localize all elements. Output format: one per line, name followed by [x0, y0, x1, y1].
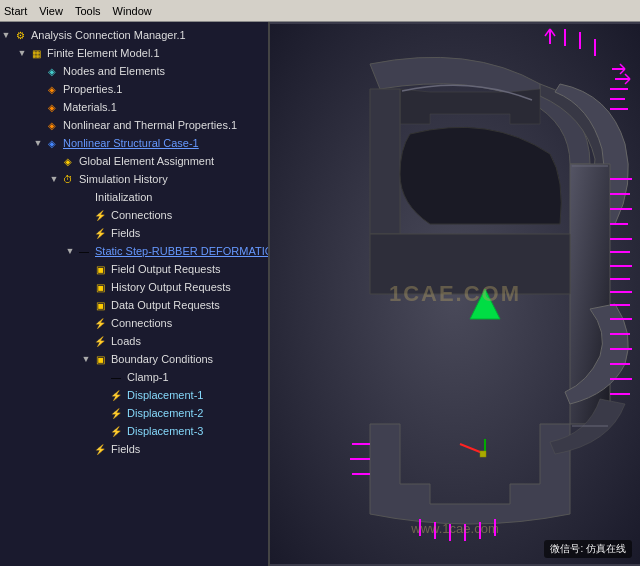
node-label-global: Global Element Assignment — [79, 155, 214, 167]
indent-spacer — [64, 316, 80, 330]
indent-spacer — [16, 118, 32, 132]
tree-panel: ▼⚙Analysis Connection Manager.1 ▼▦Finite… — [0, 22, 270, 566]
menu-window[interactable]: Window — [113, 5, 152, 17]
indent-spacer — [80, 388, 96, 402]
node-label-init: Initialization — [95, 191, 152, 203]
indent-spacer — [48, 208, 64, 222]
indent-spacer — [64, 370, 80, 384]
node-icon-fieldout: ▣ — [92, 261, 108, 277]
indent-spacer — [16, 244, 32, 258]
wechat-badge: 微信号: 仿真在线 — [544, 540, 632, 558]
indent-spacer — [0, 172, 16, 186]
tree-node-loads[interactable]: ⚡Loads — [0, 332, 268, 350]
node-icon-disp2: ⚡ — [108, 405, 124, 421]
node-icon-fem: ▦ — [28, 45, 44, 61]
tree-node-nonlin[interactable]: ◈Nonlinear and Thermal Properties.1 — [0, 116, 268, 134]
tree-node-disp3[interactable]: ⚡Displacement-3 — [0, 422, 268, 440]
indent-spacer — [32, 406, 48, 420]
menu-view[interactable]: View — [39, 5, 63, 17]
indent-spacer — [64, 208, 80, 222]
menu-tools[interactable]: Tools — [75, 5, 101, 17]
tree-node-nodes[interactable]: ◈Nodes and Elements — [0, 62, 268, 80]
indent-spacer — [48, 370, 64, 384]
expand-icon-nlcase[interactable]: ▼ — [32, 138, 44, 148]
tree-node-init[interactable]: Initialization — [0, 188, 268, 206]
tree-node-disp2[interactable]: ⚡Displacement-2 — [0, 404, 268, 422]
indent-spacer — [32, 334, 48, 348]
indent-spacer — [16, 82, 32, 96]
expand-icon-simhist[interactable]: ▼ — [48, 174, 60, 184]
tree-node-dataout[interactable]: ▣Data Output Requests — [0, 296, 268, 314]
indent-spacer — [0, 298, 16, 312]
node-label-loads: Loads — [111, 335, 141, 347]
tree-node-nlcase[interactable]: ▼◈Nonlinear Structural Case-1 — [0, 134, 268, 152]
indent-spacer — [32, 262, 48, 276]
indent-spacer — [0, 82, 16, 96]
tree-node-analysis[interactable]: ▼⚙Analysis Connection Manager.1 — [0, 26, 268, 44]
tree-node-simhist[interactable]: ▼⏱Simulation History — [0, 170, 268, 188]
indent-spacer — [64, 406, 80, 420]
node-icon-staticstep: — — [76, 243, 92, 259]
node-label-analysis: Analysis Connection Manager.1 — [31, 29, 186, 41]
node-icon-disp1: ⚡ — [108, 387, 124, 403]
expand-icon-staticstep[interactable]: ▼ — [64, 246, 76, 256]
indent-spacer — [0, 424, 16, 438]
indent-spacer — [48, 388, 64, 402]
tree-node-disp1[interactable]: ⚡Displacement-1 — [0, 386, 268, 404]
indent-spacer — [0, 388, 16, 402]
node-icon-histout: ▣ — [92, 279, 108, 295]
node-icon-simhist: ⏱ — [60, 171, 76, 187]
node-label-simhist: Simulation History — [79, 173, 168, 185]
indent-spacer — [32, 442, 48, 456]
indent-spacer — [64, 334, 80, 348]
tree-node-histout[interactable]: ▣History Output Requests — [0, 278, 268, 296]
indent-spacer — [0, 442, 16, 456]
indent-spacer — [0, 208, 16, 222]
indent-spacer — [48, 352, 64, 366]
node-icon-nodes: ◈ — [44, 63, 60, 79]
indent-spacer — [0, 352, 16, 366]
indent-spacer — [48, 406, 64, 420]
indent-spacer — [48, 442, 64, 456]
node-icon-conn1: ⚡ — [92, 207, 108, 223]
node-label-disp2: Displacement-2 — [127, 407, 203, 419]
menu-bar: Start View Tools Window — [0, 0, 640, 22]
indent-spacer — [48, 334, 64, 348]
expand-icon-fem[interactable]: ▼ — [16, 48, 28, 58]
tree-node-mats[interactable]: ◈Materials.1 — [0, 98, 268, 116]
indent-spacer — [0, 100, 16, 114]
tree-node-clamp[interactable]: —Clamp-1 — [0, 368, 268, 386]
indent-spacer — [32, 370, 48, 384]
node-label-histout: History Output Requests — [111, 281, 231, 293]
indent-spacer — [0, 190, 16, 204]
tree-node-props[interactable]: ◈Properties.1 — [0, 80, 268, 98]
tree-node-fem[interactable]: ▼▦Finite Element Model.1 — [0, 44, 268, 62]
node-label-props: Properties.1 — [63, 83, 122, 95]
indent-spacer — [16, 208, 32, 222]
tree-node-fields2[interactable]: ⚡Fields — [0, 440, 268, 458]
indent-spacer — [64, 352, 80, 366]
expand-icon-analysis[interactable]: ▼ — [0, 30, 12, 40]
indent-spacer — [16, 172, 32, 186]
node-icon-nlcase: ◈ — [44, 135, 60, 151]
tree-node-conn2[interactable]: ⚡Connections — [0, 314, 268, 332]
node-label-fem: Finite Element Model.1 — [47, 47, 160, 59]
tree-node-conn1[interactable]: ⚡Connections — [0, 206, 268, 224]
node-label-boundary: Boundary Conditions — [111, 353, 213, 365]
indent-spacer — [80, 406, 96, 420]
indent-spacer — [32, 208, 48, 222]
indent-spacer — [32, 316, 48, 330]
node-icon-nonlin: ◈ — [44, 117, 60, 133]
tree-node-fields1[interactable]: ⚡Fields — [0, 224, 268, 242]
indent-spacer — [0, 118, 16, 132]
indent-spacer — [16, 226, 32, 240]
indent-spacer — [64, 442, 80, 456]
tree-node-fieldout[interactable]: ▣Field Output Requests — [0, 260, 268, 278]
tree-node-boundary[interactable]: ▼▣Boundary Conditions — [0, 350, 268, 368]
expand-icon-boundary[interactable]: ▼ — [80, 354, 92, 364]
node-label-conn2: Connections — [111, 317, 172, 329]
tree-node-staticstep[interactable]: ▼—Static Step-RUBBER DEFORMATION — [0, 242, 268, 260]
node-label-staticstep: Static Step-RUBBER DEFORMATION — [95, 245, 270, 257]
tree-node-global[interactable]: ◈Global Element Assignment — [0, 152, 268, 170]
menu-file[interactable]: Start — [4, 5, 27, 17]
